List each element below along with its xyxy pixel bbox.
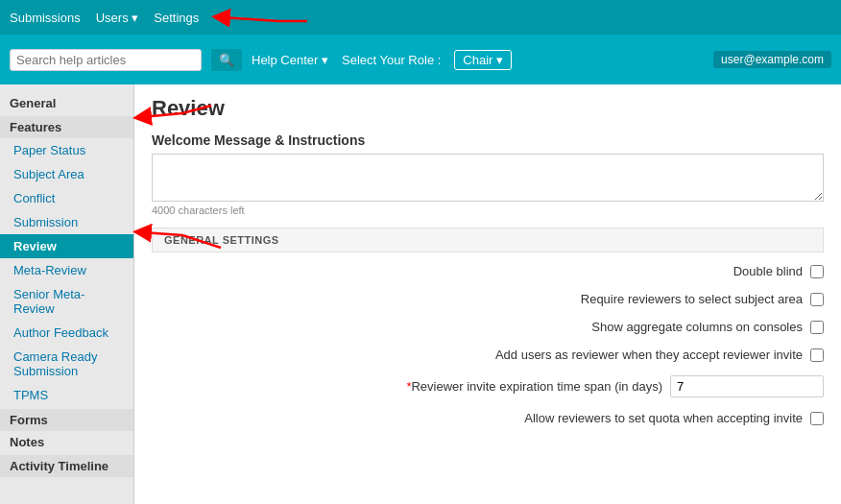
aggregate-label: Show aggregate columns on consoles [591,320,803,334]
sidebar-activity-section: Activity Timeline [0,455,133,477]
quota-label: Allow reviewers to set quota when accept… [524,411,803,425]
sidebar-notes-section: Notes [0,431,133,453]
expiration-label: *Reviewer invite expiration time span (i… [406,379,662,394]
search-button[interactable]: 🔍 [211,49,242,71]
sidebar-forms-section: Forms [0,409,133,431]
sidebar: General Features Paper Status Subject Ar… [0,84,134,504]
submissions-nav[interactable]: Submissions [10,11,81,25]
sidebar-item-review[interactable]: Review [0,234,133,258]
users-nav[interactable]: Users ▾ [96,11,139,25]
helpcenter-link[interactable]: Help Center ▾ [252,53,328,67]
setting-row-subject-area: Require reviewers to select subject area [152,292,824,306]
add-reviewer-checkbox[interactable] [810,348,824,362]
setting-row-double-blind: Double blind [152,264,824,278]
sidebar-item-senior-meta-review[interactable]: Senior Meta-Review [0,282,133,321]
sidebar-item-subject-area[interactable]: Subject Area [0,162,133,186]
sidebar-item-author-feedback[interactable]: Author Feedback [0,321,133,345]
char-count: 4000 characters left [152,204,824,216]
settings-nav[interactable]: Settings [154,11,199,25]
setting-row-quota: Allow reviewers to set quota when accept… [152,411,824,425]
aggregate-checkbox[interactable] [810,321,824,334]
user-badge: user@example.com [713,51,831,68]
sidebar-item-camera-ready[interactable]: Camera Ready Submission [0,345,133,383]
sidebar-item-paper-status[interactable]: Paper Status [0,138,133,162]
general-settings-header: GENERAL SETTINGS [152,228,824,252]
quota-checkbox[interactable] [810,412,824,425]
welcome-textarea[interactable] [152,154,824,202]
expiration-input[interactable] [670,375,824,397]
sidebar-item-submission[interactable]: Submission [0,210,133,234]
add-reviewer-label: Add users as reviewer when they accept r… [495,348,803,362]
welcome-section-label: Welcome Message & Instructions [152,132,824,148]
setting-row-aggregate: Show aggregate columns on consoles [152,320,824,334]
double-blind-checkbox[interactable] [810,265,824,278]
subject-area-label: Require reviewers to select subject area [581,292,803,306]
sidebar-item-conflict[interactable]: Conflict [0,186,133,210]
main-content: Review Welcome Message & Instructions 40… [134,84,841,504]
search-input[interactable] [16,53,160,67]
sidebar-item-meta-review[interactable]: Meta-Review [0,258,133,282]
sidebar-features-section: Features [0,116,133,138]
role-selector[interactable]: Chair ▾ [454,50,512,70]
select-role-label: Select Your Role : [342,53,441,67]
search-wrapper [10,49,202,71]
page-title: Review [152,96,824,121]
double-blind-label: Double blind [733,264,803,278]
sidebar-general-section: General [0,92,133,114]
setting-row-add-reviewer: Add users as reviewer when they accept r… [152,348,824,362]
sidebar-item-tpms[interactable]: TPMS [0,383,133,407]
subject-area-checkbox[interactable] [810,293,824,306]
setting-row-expiration: *Reviewer invite expiration time span (i… [152,375,824,397]
